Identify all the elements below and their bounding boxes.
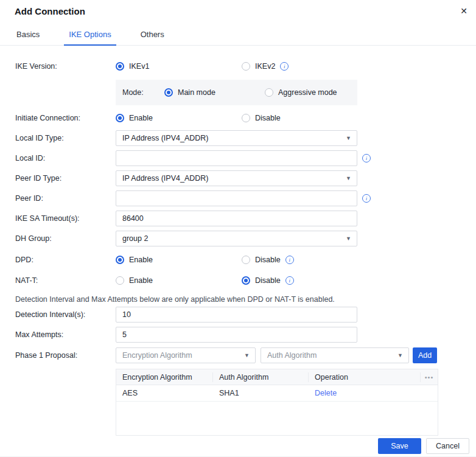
local-id-type-value: IP Address (IPV4_ADDR) bbox=[122, 134, 209, 142]
local-id-info-icon[interactable]: i bbox=[362, 154, 371, 162]
mode-label: Mode: bbox=[122, 88, 164, 97]
radio-unselected-icon bbox=[242, 62, 250, 71]
column-settings-icon[interactable]: ••• bbox=[421, 372, 438, 382]
ikev2-info-icon[interactable]: i bbox=[280, 62, 289, 71]
ike-sa-timeout-input[interactable] bbox=[116, 211, 357, 226]
cell-encryption: AES bbox=[116, 389, 213, 397]
initiate-connection-radio-group: Enable Disable bbox=[116, 114, 357, 122]
initiate-enable-radio[interactable]: Enable bbox=[116, 114, 242, 122]
col-header-auth: Auth Algorithm bbox=[213, 372, 309, 382]
cell-auth: SHA1 bbox=[213, 389, 309, 397]
local-id-input[interactable] bbox=[116, 150, 357, 166]
nat-t-info-icon[interactable]: i bbox=[285, 276, 294, 285]
dh-group-row: DH Group: group 2 ▼ bbox=[15, 231, 476, 246]
dialog-header: Add Connection ✕ bbox=[0, 0, 476, 16]
local-id-type-select[interactable]: IP Address (IPV4_ADDR) ▼ bbox=[116, 130, 357, 146]
phase1-proposal-row: Phase 1 Proposal: Encryption Algorithm ▼… bbox=[15, 347, 476, 363]
peer-id-type-row: Peer ID Type: IP Address (IPV4_ADDR) ▼ bbox=[15, 170, 476, 186]
dpd-row: DPD: Enable Disable i bbox=[15, 254, 476, 266]
dh-group-label: DH Group: bbox=[15, 234, 116, 243]
local-id-row: Local ID: i bbox=[15, 150, 476, 166]
dpd-disable-radio[interactable]: Disable i bbox=[242, 256, 294, 264]
ike-sa-timeout-label: IKE SA Timeout(s): bbox=[15, 214, 116, 223]
dialog-footer: Save Cancel bbox=[378, 438, 469, 454]
encryption-algorithm-select[interactable]: Encryption Algorithm ▼ bbox=[116, 347, 256, 363]
chevron-down-icon: ▼ bbox=[346, 136, 351, 141]
add-button[interactable]: Add bbox=[413, 347, 437, 363]
encryption-algorithm-placeholder: Encryption Algorithm bbox=[122, 351, 192, 360]
table-row: AES SHA1 Delete bbox=[116, 385, 438, 402]
col-header-encryption: Encryption Algorithm bbox=[116, 372, 213, 382]
col-header-operation: Operation bbox=[309, 372, 421, 382]
tab-ike-options[interactable]: IKE Options bbox=[68, 26, 112, 45]
dialog-title: Add Connection bbox=[15, 6, 461, 16]
max-attempts-row: Max Attempts: bbox=[15, 327, 476, 343]
local-id-type-label: Local ID Type: bbox=[15, 134, 116, 142]
tab-others[interactable]: Others bbox=[139, 26, 166, 45]
detection-interval-label: Detection Interval(s): bbox=[15, 310, 116, 319]
dpd-info-icon[interactable]: i bbox=[285, 256, 294, 264]
auth-algorithm-select[interactable]: Auth Algorithm ▼ bbox=[261, 347, 409, 363]
local-id-type-row: Local ID Type: IP Address (IPV4_ADDR) ▼ bbox=[15, 130, 476, 146]
chevron-down-icon: ▼ bbox=[346, 236, 351, 242]
radio-selected-icon bbox=[116, 114, 124, 122]
ike-version-radio-group: IKEv1 IKEv2 i bbox=[116, 62, 357, 71]
proposal-table-header: Encryption Algorithm Auth Algorithm Oper… bbox=[116, 369, 438, 385]
chevron-down-icon: ▼ bbox=[397, 353, 403, 358]
ike-version-row: IKE Version: IKEv1 IKEv2 i bbox=[15, 60, 476, 72]
ikev1-radio[interactable]: IKEv1 bbox=[116, 62, 242, 71]
peer-id-type-value: IP Address (IPV4_ADDR) bbox=[122, 174, 209, 183]
dpd-radio-group: Enable Disable i bbox=[116, 256, 357, 264]
ike-options-form: IKE Version: IKEv1 IKEv2 i Mode: Main mo… bbox=[0, 46, 476, 436]
chevron-down-icon: ▼ bbox=[346, 176, 351, 181]
close-icon[interactable]: ✕ bbox=[460, 6, 467, 16]
radio-selected-icon bbox=[116, 62, 124, 71]
mode-box: Mode: Main mode Aggressive mode bbox=[116, 80, 357, 105]
cancel-button[interactable]: Cancel bbox=[426, 438, 469, 454]
dh-group-select[interactable]: group 2 ▼ bbox=[116, 231, 357, 246]
initiate-connection-row: Initiate Connection: Enable Disable bbox=[15, 112, 476, 124]
ike-sa-timeout-row: IKE SA Timeout(s): bbox=[15, 211, 476, 226]
radio-selected-icon bbox=[116, 256, 124, 264]
max-attempts-input[interactable] bbox=[116, 327, 357, 343]
initiate-disable-radio[interactable]: Disable bbox=[242, 114, 281, 122]
dpd-enable-radio[interactable]: Enable bbox=[116, 256, 242, 264]
main-mode-radio[interactable]: Main mode bbox=[164, 88, 265, 97]
tab-bar: Basics IKE Options Others bbox=[0, 26, 476, 46]
radio-unselected-icon bbox=[116, 276, 124, 285]
peer-id-type-label: Peer ID Type: bbox=[15, 174, 116, 183]
nat-t-radio-group: Enable Disable i bbox=[116, 276, 357, 285]
phase1-proposal-label: Phase 1 Proposal: bbox=[15, 351, 116, 360]
dpd-label: DPD: bbox=[15, 256, 116, 264]
ike-version-label: IKE Version: bbox=[15, 62, 116, 71]
nat-t-enable-radio[interactable]: Enable bbox=[116, 276, 242, 285]
delete-link[interactable]: Delete bbox=[315, 389, 337, 397]
dpd-natt-note: Detection Interval and Max Attempts belo… bbox=[15, 295, 476, 304]
auth-algorithm-placeholder: Auth Algorithm bbox=[267, 351, 317, 360]
nat-t-row: NAT-T: Enable Disable i bbox=[15, 274, 476, 287]
peer-id-label: Peer ID: bbox=[15, 194, 116, 203]
detection-interval-input[interactable] bbox=[116, 307, 357, 323]
proposal-table: Encryption Algorithm Auth Algorithm Oper… bbox=[116, 369, 438, 436]
radio-selected-icon bbox=[242, 276, 250, 285]
nat-t-disable-radio[interactable]: Disable i bbox=[242, 276, 294, 285]
phase1-proposal-controls: Encryption Algorithm ▼ Auth Algorithm ▼ … bbox=[116, 347, 437, 363]
initiate-connection-label: Initiate Connection: bbox=[15, 114, 116, 122]
chevron-down-icon: ▼ bbox=[244, 353, 250, 358]
peer-id-info-icon[interactable]: i bbox=[362, 194, 371, 203]
local-id-label: Local ID: bbox=[15, 154, 116, 162]
radio-unselected-icon bbox=[242, 256, 250, 264]
aggressive-mode-radio[interactable]: Aggressive mode bbox=[265, 88, 337, 97]
nat-t-label: NAT-T: bbox=[15, 276, 116, 285]
add-connection-dialog: Add Connection ✕ Basics IKE Options Othe… bbox=[0, 0, 476, 457]
peer-id-input[interactable] bbox=[116, 190, 357, 206]
save-button[interactable]: Save bbox=[378, 438, 421, 454]
max-attempts-label: Max Attempts: bbox=[15, 330, 116, 339]
radio-unselected-icon bbox=[242, 114, 250, 122]
dh-group-value: group 2 bbox=[122, 234, 148, 243]
peer-id-type-select[interactable]: IP Address (IPV4_ADDR) ▼ bbox=[116, 170, 357, 186]
ikev2-radio[interactable]: IKEv2 i bbox=[242, 62, 289, 71]
tab-basics[interactable]: Basics bbox=[15, 26, 41, 45]
radio-unselected-icon bbox=[265, 88, 273, 97]
peer-id-row: Peer ID: i bbox=[15, 190, 476, 206]
